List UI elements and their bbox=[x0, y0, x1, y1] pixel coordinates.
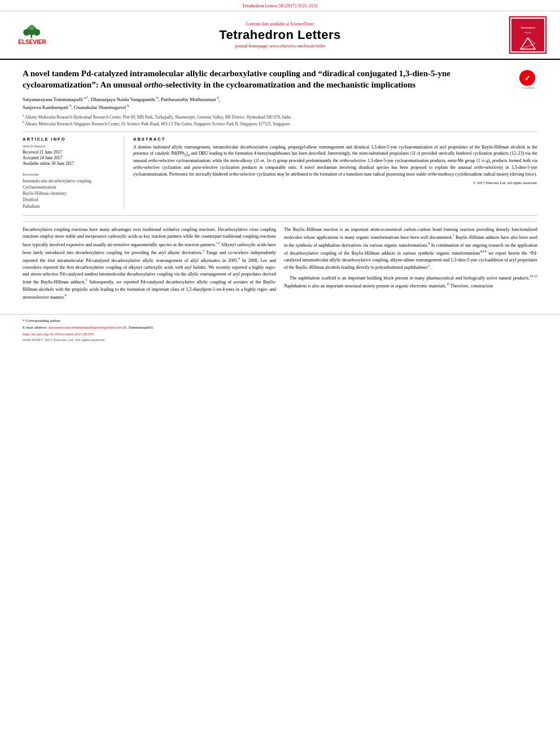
keywords-label: Keywords: bbox=[23, 172, 118, 177]
crossmark-badge: ✓ CrossMark bbox=[519, 70, 537, 89]
abstract-text: A domino fashioned allylic rearrangement… bbox=[133, 144, 537, 186]
info-abstract-row: ARTICLE INFO Article history: Received 2… bbox=[23, 137, 537, 216]
journal-header: ELSEVIER Contents lists available at Sci… bbox=[0, 11, 560, 60]
title-text-part1: A novel tandem Pd-catalyzed intramolecul… bbox=[23, 69, 450, 89]
contents-text: Contents lists available at bbox=[246, 21, 290, 27]
journal-cover-image: Tetrahedron Letters bbox=[509, 16, 547, 54]
svg-point-3 bbox=[34, 29, 41, 36]
history-label: Article history: bbox=[23, 144, 118, 148]
article-info: ARTICLE INFO Article history: Received 2… bbox=[23, 137, 124, 209]
keyword-3: Baylis-Hillman chemistry bbox=[23, 190, 118, 196]
homepage-url[interactable]: www.elsevier.com/locate/tetlet bbox=[270, 43, 326, 49]
author-2: Dhanunjaya Naidu Vangapandu b, bbox=[91, 97, 161, 102]
corresponding-label: * Corresponding author. bbox=[23, 318, 61, 323]
affiliations: a Albany Molecular Research Hyderabad Re… bbox=[23, 113, 537, 132]
footer-copyright: 0040-4039/© 2017 Elsevier Ltd. All right… bbox=[23, 338, 537, 342]
elsevier-wordmark: ELSEVIER bbox=[18, 39, 46, 45]
abstract-section: ABSTRACT A domino fashioned allylic rear… bbox=[133, 137, 537, 209]
email-suffix: (S. Tummanapalli). bbox=[123, 325, 154, 330]
keywords-list: Intramolecular decarboxylative coupling … bbox=[23, 178, 118, 209]
journal-header-center: Contents lists available at ScienceDirec… bbox=[58, 21, 502, 49]
article-info-heading: ARTICLE INFO bbox=[23, 137, 118, 142]
keyword-5: Palladium bbox=[23, 203, 118, 209]
body-divider bbox=[23, 221, 537, 222]
keyword-4: Diradical bbox=[23, 196, 118, 203]
author-3: Parthasarathy Muthuraman b, bbox=[161, 97, 220, 102]
svg-point-2 bbox=[23, 29, 30, 36]
authors-line: Satyanarayana Tummanapalli a,*, Dhanunja… bbox=[23, 95, 537, 112]
email-address[interactable]: satyanarayana.tummanapalli@amriglobal.co… bbox=[49, 325, 122, 330]
body-two-col: Decarboxylative coupling reactions have … bbox=[23, 226, 537, 304]
journal-homepage: journal homepage: www.elsevier.com/locat… bbox=[58, 43, 502, 49]
elsevier-tree-icon bbox=[18, 25, 46, 39]
crossmark-label: CrossMark bbox=[519, 86, 537, 89]
crossmark-icon: ✓ bbox=[519, 70, 535, 86]
abstract-copyright: © 2017 Elsevier Ltd. All rights reserved… bbox=[133, 180, 537, 186]
svg-text:Letters: Letters bbox=[524, 31, 531, 34]
keyword-2: Cycloaromatization bbox=[23, 184, 118, 190]
journal-title: Tetrahedron Letters bbox=[58, 28, 502, 42]
affiliation-b: b Albany Molecular Research Singapore Re… bbox=[23, 120, 537, 127]
page-wrapper: Tetrahedron Letters 58 (2017) 3125–3131 … bbox=[0, 0, 560, 747]
svg-text:Tetrahedron: Tetrahedron bbox=[520, 26, 536, 29]
article-footer: * Corresponding author. E-mail address: … bbox=[0, 314, 560, 346]
body-para-2: The Baylis–Hillman reaction is an import… bbox=[284, 226, 537, 271]
body-col-left: Decarboxylative coupling reactions have … bbox=[23, 226, 276, 304]
elsevier-logo-area: ELSEVIER bbox=[7, 25, 58, 45]
contents-line: Contents lists available at ScienceDirec… bbox=[58, 21, 502, 27]
journal-cover-area: Tetrahedron Letters bbox=[502, 16, 553, 54]
top-bar: Tetrahedron Letters 58 (2017) 3125–3131 bbox=[0, 0, 560, 11]
email-label: E-mail address: bbox=[23, 325, 47, 330]
journal-citation: Tetrahedron Letters 58 (2017) 3125–3131 bbox=[242, 3, 318, 8]
doi-link[interactable]: http://dx.doi.org/10.1016/j.tetlet.2017.… bbox=[23, 332, 94, 337]
body-para-1: Decarboxylative coupling reactions have … bbox=[23, 226, 276, 301]
email-line: E-mail address: satyanarayana.tummanapal… bbox=[23, 325, 537, 331]
cover-svg: Tetrahedron Letters bbox=[509, 16, 546, 54]
svg-point-4 bbox=[29, 25, 34, 30]
author-4: Sanjeeva Kambampati b, Gnanakalai Shanmu… bbox=[23, 104, 129, 110]
sciencedirect-link[interactable]: ScienceDirect bbox=[290, 21, 314, 27]
article-title-section: A novel tandem Pd-catalyzed intramolecul… bbox=[23, 65, 537, 91]
body-para-3: The naphthalene scaffold is an important… bbox=[284, 274, 537, 290]
homepage-label: journal homepage: bbox=[235, 43, 269, 49]
doi-line: http://dx.doi.org/10.1016/j.tetlet.2017.… bbox=[23, 332, 537, 337]
available-online: Available online 30 June 2017 bbox=[23, 161, 118, 166]
accepted-date: Accepted 24 June 2017 bbox=[23, 155, 118, 160]
affiliation-a: a Albany Molecular Research Hyderabad Re… bbox=[23, 113, 537, 120]
author-1: Satyanarayana Tummanapalli a,*, bbox=[23, 97, 91, 102]
corresponding-author-note: * Corresponding author. bbox=[23, 318, 537, 324]
article-title: A novel tandem Pd-catalyzed intramolecul… bbox=[23, 68, 515, 91]
article-content: A novel tandem Pd-catalyzed intramolecul… bbox=[0, 60, 560, 309]
received-date: Received 21 June 2017 bbox=[23, 150, 118, 155]
body-col-right: The Baylis–Hillman reaction is an import… bbox=[284, 226, 537, 304]
abstract-heading: ABSTRACT bbox=[133, 137, 537, 142]
keyword-1: Intramolecular decarboxylative coupling bbox=[23, 178, 118, 184]
